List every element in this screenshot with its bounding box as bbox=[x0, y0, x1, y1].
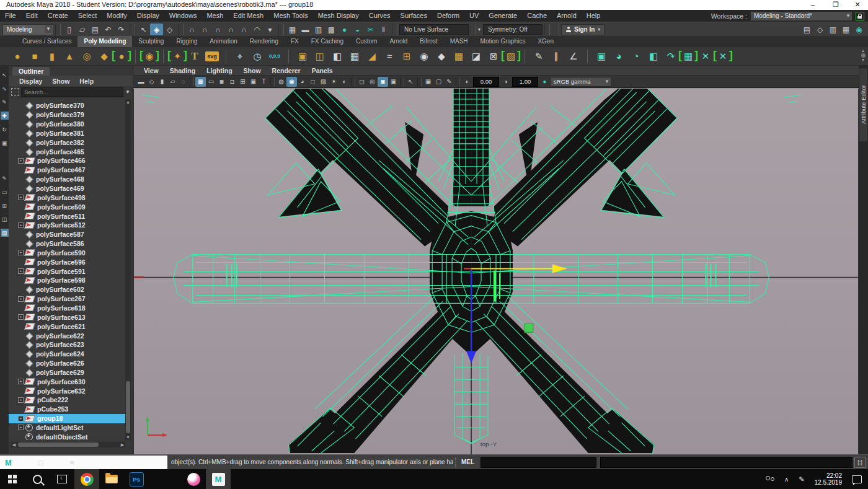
outliner-horizontal-scrollbar[interactable]: ◀ ▶ bbox=[11, 442, 125, 447]
two-d-pan-zoom-icon[interactable]: ◌ bbox=[178, 77, 188, 87]
viewport-menu-renderer[interactable]: Renderer bbox=[267, 67, 306, 74]
close-button[interactable]: ✕ bbox=[848, 0, 867, 9]
layout-single-icon[interactable]: ▭ bbox=[1, 188, 9, 196]
scroll-up-icon[interactable]: ▲ bbox=[125, 99, 131, 105]
poly-cylinder-icon[interactable]: ▮ bbox=[45, 49, 60, 64]
outliner-item-polysurface626[interactable]: polySurface626 bbox=[9, 359, 126, 368]
people-icon[interactable] bbox=[765, 476, 774, 483]
poly-disc-icon[interactable]: ● bbox=[114, 49, 129, 64]
snap-options-icon[interactable]: ▾ bbox=[264, 24, 277, 35]
modeling-toolkit-icon[interactable]: ▤ bbox=[800, 24, 813, 35]
expand-icon[interactable]: + bbox=[18, 425, 24, 430]
expand-icon[interactable]: + bbox=[18, 314, 24, 320]
status-group-separator[interactable] bbox=[55, 24, 61, 35]
smooth-icon[interactable]: ◆ bbox=[434, 49, 449, 64]
outliner-menu-display[interactable]: Display bbox=[15, 77, 46, 85]
outliner-item-polysurface590[interactable]: +polySurface590 bbox=[9, 249, 126, 258]
shadows-icon[interactable]: ◐ bbox=[339, 77, 350, 87]
outliner-item-polysurface465[interactable]: polySurface465 bbox=[9, 147, 126, 156]
overlapping-window-fragment[interactable]: M ▢ ✕ bbox=[0, 456, 167, 469]
shelf-tab-bifrost[interactable]: Bifrost bbox=[414, 36, 443, 47]
select-object-icon[interactable]: ◈ bbox=[150, 24, 163, 35]
layout-split-icon[interactable]: ◫ bbox=[1, 215, 9, 223]
expand-icon[interactable]: + bbox=[18, 222, 24, 228]
snap-to-point-icon[interactable]: ∩ bbox=[211, 24, 224, 35]
outliner-item-polysurface622[interactable]: polySurface622 bbox=[9, 331, 126, 340]
select-camera-icon[interactable]: ▬ bbox=[136, 77, 146, 87]
taskbar-clock[interactable]: 22:02 12.5.2019 bbox=[815, 472, 843, 487]
menu-display[interactable]: Display bbox=[132, 10, 164, 22]
status-group-separator[interactable] bbox=[544, 24, 550, 35]
pause-icon[interactable]: ‖ bbox=[377, 24, 390, 35]
menu-cache[interactable]: Cache bbox=[522, 10, 552, 22]
status-group-separator[interactable] bbox=[130, 24, 135, 35]
sculpt-cube-icon[interactable]: ◧ bbox=[646, 49, 661, 64]
menu-edit[interactable]: Edit bbox=[21, 10, 43, 22]
scrollbar-thumb[interactable] bbox=[18, 443, 99, 447]
bounding-box-icon[interactable]: □ bbox=[308, 77, 318, 87]
combine-icon[interactable]: ▣ bbox=[295, 49, 310, 64]
edit-edge-flow-icon[interactable]: ∥ bbox=[549, 49, 564, 64]
menu-uv[interactable]: UV bbox=[464, 10, 484, 22]
expand-icon[interactable]: + bbox=[18, 296, 24, 302]
select-box-icon[interactable] bbox=[11, 88, 19, 96]
outliner-item-polysurface586[interactable]: polySurface586 bbox=[9, 239, 126, 249]
menu-create[interactable]: Create bbox=[43, 10, 73, 22]
pinch-brush-icon[interactable]: ◔ bbox=[629, 49, 644, 64]
chevron-up-icon[interactable]: ▲ bbox=[861, 48, 866, 53]
rotate-tool-icon[interactable]: ↻ bbox=[1, 125, 9, 133]
select-hierarchy-icon[interactable]: ↖ bbox=[137, 24, 150, 35]
symmetry-field[interactable]: Symmetry: Off bbox=[483, 24, 542, 35]
exposure-field[interactable]: 0.00 bbox=[473, 77, 499, 87]
viewport-menu-show[interactable]: Show bbox=[238, 67, 267, 74]
outliner-tab[interactable]: Outliner bbox=[12, 67, 50, 76]
shelf-tab-rigging[interactable]: Rigging bbox=[170, 36, 203, 47]
outliner-item-polysurface512[interactable]: +polySurface512 bbox=[9, 221, 126, 230]
outliner-item-polysurface598[interactable]: polySurface598 bbox=[9, 276, 126, 285]
poly-cone-icon[interactable]: ▲ bbox=[62, 49, 77, 64]
outliner-item-polysurface379[interactable]: polySurface379 bbox=[9, 110, 126, 120]
taskbar-file-explorer[interactable] bbox=[99, 469, 124, 489]
chevron-down-icon[interactable]: ▼ bbox=[125, 89, 130, 95]
light-editor-icon[interactable]: ◒ bbox=[351, 24, 364, 35]
menu-set-dropdown[interactable]: Modeling ▼ bbox=[2, 24, 53, 35]
outliner-item-polysurface596[interactable]: polySurface596 bbox=[9, 257, 126, 267]
multi-cut-icon[interactable]: ✕ bbox=[715, 49, 730, 64]
zero-transforms-icon[interactable]: 0,0,0 bbox=[267, 49, 282, 64]
flat-shade-icon[interactable]: ◕ bbox=[297, 77, 308, 87]
resolution-gate-icon[interactable]: ◙ bbox=[216, 77, 227, 87]
outliner-item-polysurface602[interactable]: polySurface602 bbox=[9, 285, 126, 294]
uv-editor-icon[interactable]: ▦ bbox=[681, 49, 696, 64]
make-live-icon[interactable]: ◠ bbox=[250, 24, 264, 35]
wireframe-icon[interactable]: ◍ bbox=[276, 77, 286, 87]
outliner-item-pcube253[interactable]: pCube253 bbox=[9, 405, 126, 414]
outliner-item-defaultobjectset[interactable]: defaultObjectSet bbox=[9, 432, 126, 440]
viewport-menu-panels[interactable]: Panels bbox=[306, 67, 339, 74]
menu-deform[interactable]: Deform bbox=[432, 10, 464, 22]
outliner-item-polysurface629[interactable]: polySurface629 bbox=[9, 368, 126, 377]
live-surface-field[interactable]: No Live Surface bbox=[399, 24, 469, 35]
outliner-item-polysurface468[interactable]: polySurface468 bbox=[9, 175, 126, 184]
snap-to-curve-icon[interactable]: ∩ bbox=[198, 24, 211, 35]
grease-pencil-icon[interactable]: ✎ bbox=[444, 77, 454, 87]
plane-2d-icon[interactable]: ▣ bbox=[388, 77, 399, 87]
shelf-tab-xgen[interactable]: XGen bbox=[531, 36, 560, 47]
scroll-right-icon[interactable]: ▶ bbox=[120, 442, 125, 447]
curve-warp-icon[interactable]: ↷ bbox=[663, 49, 678, 64]
smooth-shade-icon[interactable]: ◉ bbox=[286, 77, 297, 87]
scroll-left-icon[interactable]: ◀ bbox=[11, 442, 17, 447]
outliner-item-polysurface469[interactable]: polySurface469 bbox=[9, 184, 126, 193]
mel-command-input[interactable] bbox=[480, 457, 596, 468]
outliner-vertical-scrollbar[interactable]: ▲ ▼ bbox=[125, 99, 131, 440]
outliner-item-polysurface267[interactable]: +polySurface267 bbox=[9, 294, 126, 304]
menu-edit-mesh[interactable]: Edit Mesh bbox=[228, 10, 268, 22]
poly-cube-icon[interactable]: ■ bbox=[27, 49, 42, 64]
menu-mesh-tools[interactable]: Mesh Tools bbox=[268, 10, 312, 22]
menu-generate[interactable]: Generate bbox=[484, 10, 522, 22]
viewport-menu-view[interactable]: View bbox=[138, 67, 164, 74]
menu-modify[interactable]: Modify bbox=[102, 10, 131, 22]
start-button[interactable] bbox=[0, 469, 25, 489]
quad-draw-icon[interactable]: ▣ bbox=[594, 49, 609, 64]
menu-file[interactable]: File bbox=[0, 10, 21, 22]
outliner-item-polysurface511[interactable]: polySurface511 bbox=[9, 211, 126, 221]
